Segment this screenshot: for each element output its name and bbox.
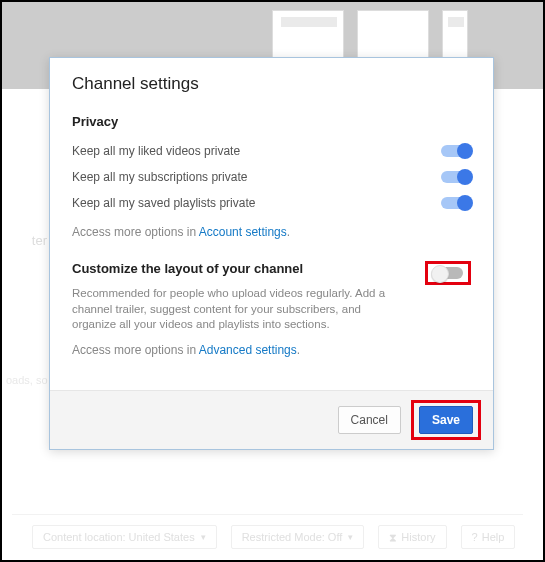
privacy-option-liked: Keep all my liked videos private [72,139,471,163]
help-icon: ? [472,531,478,543]
privacy-note-prefix: Access more options in [72,225,199,239]
content-location-chip[interactable]: Content location: United States ▾ [32,525,217,549]
highlight-customize-toggle [425,261,471,285]
page-footer-bar: Content location: United States ▾ Restri… [2,523,543,551]
toggle-playlists-private[interactable] [441,197,471,209]
privacy-option-playlists: Keep all my saved playlists private [72,191,471,215]
customize-note-suffix: . [297,343,300,357]
bg-left-fragment: ter [2,233,47,248]
privacy-option-label: Keep all my liked videos private [72,144,240,158]
bg-prompt-fragment: oads, so t [6,374,54,386]
caret-down-icon: ▾ [201,532,206,542]
customize-note-prefix: Access more options in [72,343,199,357]
history-chip[interactable]: ⧗ History [378,525,446,549]
privacy-option-label: Keep all my saved playlists private [72,196,255,210]
customize-section-label: Customize the layout of your channel [72,261,425,276]
divider [12,514,523,515]
privacy-note: Access more options in Account settings. [72,225,471,239]
history-label: History [401,531,435,543]
customize-note: Access more options in Advanced settings… [72,343,471,357]
toggle-liked-private[interactable] [441,145,471,157]
restricted-mode-chip[interactable]: Restricted Mode: Off ▾ [231,525,365,549]
customize-section: Customize the layout of your channel Rec… [72,261,471,357]
privacy-option-label: Keep all my subscriptions private [72,170,247,184]
modal-title: Channel settings [72,74,471,94]
caret-down-icon: ▾ [348,532,353,542]
help-chip[interactable]: ? Help [461,525,516,549]
content-location-label: Content location: United States [43,531,195,543]
privacy-section-label: Privacy [72,114,471,129]
channel-settings-modal: Channel settings Privacy Keep all my lik… [49,57,494,450]
toggle-customize-layout[interactable] [433,267,463,279]
highlight-save-button: Save [411,400,481,440]
hourglass-icon: ⧗ [389,531,397,544]
modal-footer: Cancel Save [50,390,493,449]
save-button[interactable]: Save [419,406,473,434]
restricted-mode-label: Restricted Mode: Off [242,531,343,543]
privacy-option-subscriptions: Keep all my subscriptions private [72,165,471,189]
cancel-button[interactable]: Cancel [338,406,401,434]
toggle-subscriptions-private[interactable] [441,171,471,183]
privacy-note-suffix: . [287,225,290,239]
advanced-settings-link[interactable]: Advanced settings [199,343,297,357]
modal-body: Channel settings Privacy Keep all my lik… [50,58,493,390]
customize-description: Recommended for people who upload videos… [72,286,407,333]
help-label: Help [482,531,505,543]
account-settings-link[interactable]: Account settings [199,225,287,239]
